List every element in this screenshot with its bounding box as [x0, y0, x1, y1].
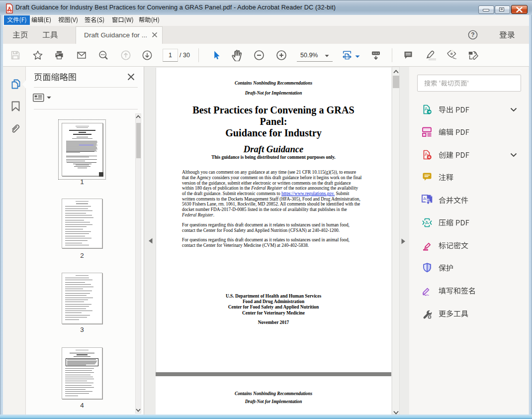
- svg-text:?: ?: [471, 31, 474, 38]
